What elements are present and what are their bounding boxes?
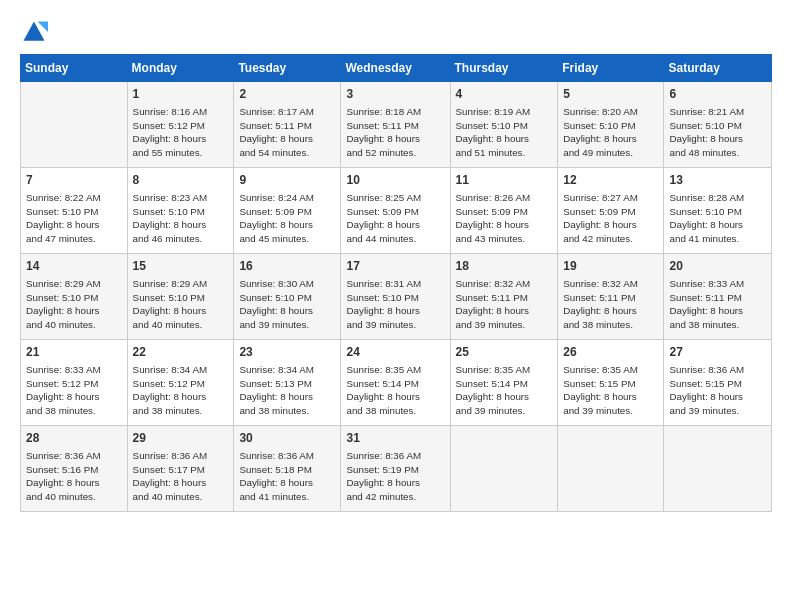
cell-content: Sunrise: 8:33 AMSunset: 5:11 PMDaylight:…: [669, 277, 766, 332]
table-row: 14Sunrise: 8:29 AMSunset: 5:10 PMDayligh…: [21, 254, 128, 340]
day-number: 5: [563, 86, 658, 103]
cell-content: Sunrise: 8:25 AMSunset: 5:09 PMDaylight:…: [346, 191, 444, 246]
table-row: 8Sunrise: 8:23 AMSunset: 5:10 PMDaylight…: [127, 168, 234, 254]
day-number: 25: [456, 344, 553, 361]
table-row: 10Sunrise: 8:25 AMSunset: 5:09 PMDayligh…: [341, 168, 450, 254]
day-number: 30: [239, 430, 335, 447]
header-day-sunday: Sunday: [21, 55, 128, 82]
day-number: 19: [563, 258, 658, 275]
cell-content: Sunrise: 8:36 AMSunset: 5:17 PMDaylight:…: [133, 449, 229, 504]
day-number: 11: [456, 172, 553, 189]
logo: [20, 18, 52, 46]
table-row: 2Sunrise: 8:17 AMSunset: 5:11 PMDaylight…: [234, 82, 341, 168]
table-row: 5Sunrise: 8:20 AMSunset: 5:10 PMDaylight…: [558, 82, 664, 168]
table-row: 23Sunrise: 8:34 AMSunset: 5:13 PMDayligh…: [234, 340, 341, 426]
table-row: 31Sunrise: 8:36 AMSunset: 5:19 PMDayligh…: [341, 426, 450, 512]
cell-content: Sunrise: 8:36 AMSunset: 5:19 PMDaylight:…: [346, 449, 444, 504]
day-number: 16: [239, 258, 335, 275]
table-row: [21, 82, 128, 168]
table-row: 16Sunrise: 8:30 AMSunset: 5:10 PMDayligh…: [234, 254, 341, 340]
table-row: 15Sunrise: 8:29 AMSunset: 5:10 PMDayligh…: [127, 254, 234, 340]
cell-content: Sunrise: 8:34 AMSunset: 5:13 PMDaylight:…: [239, 363, 335, 418]
table-row: [558, 426, 664, 512]
cell-content: Sunrise: 8:36 AMSunset: 5:15 PMDaylight:…: [669, 363, 766, 418]
logo-icon: [20, 18, 48, 46]
cell-content: Sunrise: 8:30 AMSunset: 5:10 PMDaylight:…: [239, 277, 335, 332]
day-number: 2: [239, 86, 335, 103]
table-row: 3Sunrise: 8:18 AMSunset: 5:11 PMDaylight…: [341, 82, 450, 168]
table-row: 4Sunrise: 8:19 AMSunset: 5:10 PMDaylight…: [450, 82, 558, 168]
day-number: 22: [133, 344, 229, 361]
cell-content: Sunrise: 8:33 AMSunset: 5:12 PMDaylight:…: [26, 363, 122, 418]
cell-content: Sunrise: 8:36 AMSunset: 5:16 PMDaylight:…: [26, 449, 122, 504]
table-row: 21Sunrise: 8:33 AMSunset: 5:12 PMDayligh…: [21, 340, 128, 426]
header-day-friday: Friday: [558, 55, 664, 82]
cell-content: Sunrise: 8:34 AMSunset: 5:12 PMDaylight:…: [133, 363, 229, 418]
week-row-1: 1Sunrise: 8:16 AMSunset: 5:12 PMDaylight…: [21, 82, 772, 168]
table-row: 12Sunrise: 8:27 AMSunset: 5:09 PMDayligh…: [558, 168, 664, 254]
table-row: 9Sunrise: 8:24 AMSunset: 5:09 PMDaylight…: [234, 168, 341, 254]
table-row: [450, 426, 558, 512]
cell-content: Sunrise: 8:35 AMSunset: 5:14 PMDaylight:…: [456, 363, 553, 418]
table-row: [664, 426, 772, 512]
week-row-5: 28Sunrise: 8:36 AMSunset: 5:16 PMDayligh…: [21, 426, 772, 512]
day-number: 15: [133, 258, 229, 275]
day-number: 14: [26, 258, 122, 275]
day-number: 9: [239, 172, 335, 189]
day-number: 27: [669, 344, 766, 361]
table-row: 6Sunrise: 8:21 AMSunset: 5:10 PMDaylight…: [664, 82, 772, 168]
calendar-body: 1Sunrise: 8:16 AMSunset: 5:12 PMDaylight…: [21, 82, 772, 512]
svg-marker-1: [38, 22, 49, 33]
cell-content: Sunrise: 8:28 AMSunset: 5:10 PMDaylight:…: [669, 191, 766, 246]
week-row-4: 21Sunrise: 8:33 AMSunset: 5:12 PMDayligh…: [21, 340, 772, 426]
table-row: 13Sunrise: 8:28 AMSunset: 5:10 PMDayligh…: [664, 168, 772, 254]
header-row: SundayMondayTuesdayWednesdayThursdayFrid…: [21, 55, 772, 82]
header-day-tuesday: Tuesday: [234, 55, 341, 82]
day-number: 8: [133, 172, 229, 189]
cell-content: Sunrise: 8:31 AMSunset: 5:10 PMDaylight:…: [346, 277, 444, 332]
cell-content: Sunrise: 8:32 AMSunset: 5:11 PMDaylight:…: [563, 277, 658, 332]
header-day-monday: Monday: [127, 55, 234, 82]
table-row: 7Sunrise: 8:22 AMSunset: 5:10 PMDaylight…: [21, 168, 128, 254]
page-container: SundayMondayTuesdayWednesdayThursdayFrid…: [0, 0, 792, 524]
day-number: 18: [456, 258, 553, 275]
cell-content: Sunrise: 8:21 AMSunset: 5:10 PMDaylight:…: [669, 105, 766, 160]
table-row: 22Sunrise: 8:34 AMSunset: 5:12 PMDayligh…: [127, 340, 234, 426]
day-number: 3: [346, 86, 444, 103]
week-row-3: 14Sunrise: 8:29 AMSunset: 5:10 PMDayligh…: [21, 254, 772, 340]
header-day-wednesday: Wednesday: [341, 55, 450, 82]
cell-content: Sunrise: 8:29 AMSunset: 5:10 PMDaylight:…: [26, 277, 122, 332]
table-row: 30Sunrise: 8:36 AMSunset: 5:18 PMDayligh…: [234, 426, 341, 512]
cell-content: Sunrise: 8:20 AMSunset: 5:10 PMDaylight:…: [563, 105, 658, 160]
table-row: 1Sunrise: 8:16 AMSunset: 5:12 PMDaylight…: [127, 82, 234, 168]
cell-content: Sunrise: 8:18 AMSunset: 5:11 PMDaylight:…: [346, 105, 444, 160]
table-row: 26Sunrise: 8:35 AMSunset: 5:15 PMDayligh…: [558, 340, 664, 426]
table-row: 25Sunrise: 8:35 AMSunset: 5:14 PMDayligh…: [450, 340, 558, 426]
day-number: 1: [133, 86, 229, 103]
day-number: 24: [346, 344, 444, 361]
header: [20, 18, 772, 46]
day-number: 12: [563, 172, 658, 189]
table-row: 20Sunrise: 8:33 AMSunset: 5:11 PMDayligh…: [664, 254, 772, 340]
week-row-2: 7Sunrise: 8:22 AMSunset: 5:10 PMDaylight…: [21, 168, 772, 254]
day-number: 26: [563, 344, 658, 361]
day-number: 10: [346, 172, 444, 189]
table-row: 18Sunrise: 8:32 AMSunset: 5:11 PMDayligh…: [450, 254, 558, 340]
day-number: 23: [239, 344, 335, 361]
table-row: 11Sunrise: 8:26 AMSunset: 5:09 PMDayligh…: [450, 168, 558, 254]
table-row: 28Sunrise: 8:36 AMSunset: 5:16 PMDayligh…: [21, 426, 128, 512]
calendar-header: SundayMondayTuesdayWednesdayThursdayFrid…: [21, 55, 772, 82]
cell-content: Sunrise: 8:17 AMSunset: 5:11 PMDaylight:…: [239, 105, 335, 160]
header-day-saturday: Saturday: [664, 55, 772, 82]
header-day-thursday: Thursday: [450, 55, 558, 82]
cell-content: Sunrise: 8:29 AMSunset: 5:10 PMDaylight:…: [133, 277, 229, 332]
cell-content: Sunrise: 8:32 AMSunset: 5:11 PMDaylight:…: [456, 277, 553, 332]
day-number: 28: [26, 430, 122, 447]
table-row: 19Sunrise: 8:32 AMSunset: 5:11 PMDayligh…: [558, 254, 664, 340]
day-number: 13: [669, 172, 766, 189]
day-number: 20: [669, 258, 766, 275]
cell-content: Sunrise: 8:36 AMSunset: 5:18 PMDaylight:…: [239, 449, 335, 504]
cell-content: Sunrise: 8:35 AMSunset: 5:14 PMDaylight:…: [346, 363, 444, 418]
table-row: 29Sunrise: 8:36 AMSunset: 5:17 PMDayligh…: [127, 426, 234, 512]
cell-content: Sunrise: 8:26 AMSunset: 5:09 PMDaylight:…: [456, 191, 553, 246]
